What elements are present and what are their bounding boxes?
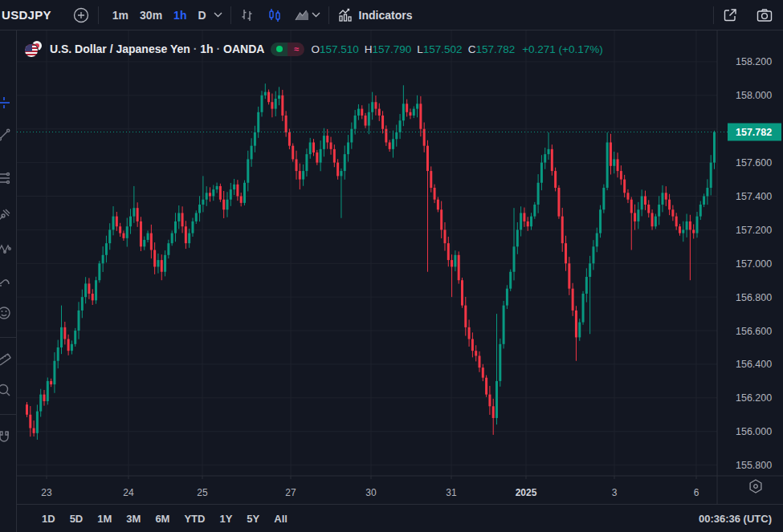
- chart-style-menu-button[interactable]: [312, 12, 320, 18]
- candle-body: [33, 428, 35, 433]
- indicators-button[interactable]: Indicators: [337, 7, 413, 23]
- chart-legend: U.S. Dollar / Japanese Yen · 1h · OANDA …: [24, 39, 603, 59]
- candle-body: [216, 186, 218, 189]
- candle-body: [202, 200, 204, 205]
- candle-body: [554, 171, 557, 188]
- candle-body: [655, 217, 657, 227]
- xabcd-pattern-tool-button[interactable]: [0, 238, 15, 260]
- toolbar-divider: [713, 6, 714, 24]
- candle-body: [333, 149, 336, 163]
- range-all-button[interactable]: All: [267, 510, 295, 528]
- chart-style-candles-button[interactable]: [267, 7, 283, 23]
- candle-body: [43, 395, 46, 401]
- chart-style-bars-button[interactable]: [239, 7, 255, 23]
- candle-body: [357, 109, 360, 116]
- crosshair-icon: [0, 95, 12, 111]
- candlestick-chart[interactable]: 155.800156.000156.200156.400156.600156.8…: [0, 30, 783, 504]
- interval-menu-button[interactable]: [214, 12, 222, 18]
- candle-body: [406, 104, 408, 112]
- fib-retracement-tool-button[interactable]: [0, 167, 15, 189]
- magnet-tool-button[interactable]: [0, 425, 15, 448]
- pitchfork-icon: [0, 207, 12, 223]
- candle-body: [440, 209, 442, 229]
- svg-text:30: 30: [365, 487, 377, 498]
- candle-body: [668, 200, 671, 210]
- candle-body: [230, 189, 232, 200]
- time-axis-settings-button[interactable]: [750, 480, 761, 493]
- range-1d-button[interactable]: 1D: [35, 510, 63, 528]
- range-5d-button[interactable]: 5D: [63, 510, 91, 528]
- range-1y-button[interactable]: 1Y: [212, 510, 239, 528]
- ruler-tool-button[interactable]: [0, 347, 15, 369]
- chart-style-area-button[interactable]: [294, 8, 310, 22]
- candle-body: [689, 221, 691, 229]
- candle-body: [458, 255, 460, 280]
- take-snapshot-button[interactable]: [756, 7, 773, 23]
- indicators-icon: [337, 7, 354, 23]
- candle-body: [39, 395, 42, 412]
- candle-body: [620, 171, 622, 179]
- toolbar-divider: [328, 6, 329, 24]
- trend-line-tool-button[interactable]: [0, 124, 15, 146]
- candle-body: [647, 205, 650, 213]
- xabcd-pattern-icon: [0, 241, 12, 257]
- price-axis[interactable]: 155.800156.000156.200156.400156.600156.8…: [736, 56, 772, 471]
- clock-utc[interactable]: 00:36:36 (UTC): [699, 513, 772, 525]
- candle-body: [520, 213, 522, 229]
- pitchfork-tool-button[interactable]: [0, 204, 15, 226]
- low-value: 157.502: [423, 43, 463, 55]
- candle-body: [434, 188, 436, 200]
- candle-body: [506, 289, 508, 306]
- range-5y-button[interactable]: 5Y: [239, 510, 267, 528]
- delayed-data-icon: ≈: [288, 43, 304, 56]
- candle-body: [312, 142, 315, 152]
- candle-body: [147, 234, 149, 240]
- candle-body: [395, 132, 398, 139]
- candle-body: [267, 92, 270, 103]
- candle-body: [533, 205, 536, 217]
- candle-body: [565, 243, 567, 263]
- candle-body: [713, 132, 716, 162]
- interval-d-button[interactable]: D: [192, 6, 211, 25]
- candle-body: [57, 347, 59, 361]
- candle-body: [50, 381, 52, 384]
- candle-body: [513, 246, 516, 271]
- brush-icon: [0, 273, 12, 289]
- svg-text:155.800: 155.800: [736, 460, 772, 471]
- compare-add-symbol-button[interactable]: [72, 6, 90, 24]
- market-status-toggle[interactable]: ≈: [271, 43, 304, 56]
- crosshair-tool-button[interactable]: [0, 91, 15, 114]
- interval-1m-button[interactable]: 1m: [107, 6, 134, 25]
- time-axis[interactable]: 232425273031202536: [41, 476, 699, 498]
- candle-body: [288, 132, 291, 146]
- candle-body: [478, 355, 480, 368]
- svg-text:156.000: 156.000: [736, 426, 772, 437]
- zoom-tool-button[interactable]: [0, 379, 15, 401]
- camera-icon: [756, 7, 773, 23]
- brush-tool-button[interactable]: [0, 270, 15, 292]
- range-6m-button[interactable]: 6M: [148, 510, 177, 528]
- svg-text:2025: 2025: [516, 487, 537, 498]
- interval-30m-button[interactable]: 30m: [134, 6, 168, 25]
- symbol-title[interactable]: U.S. Dollar / Japanese Yen · 1h · OANDA: [50, 43, 264, 55]
- range-ytd-button[interactable]: YTD: [177, 510, 212, 528]
- interval-1h-button[interactable]: 1h: [168, 6, 192, 25]
- candle-body: [116, 217, 118, 227]
- candle-body: [74, 331, 76, 344]
- candle-body: [634, 213, 636, 221]
- emoji-tool-button[interactable]: [0, 302, 15, 324]
- candle-body: [495, 381, 498, 418]
- us-flag-icon: [24, 43, 39, 58]
- candle-body: [671, 209, 674, 216]
- open-in-new-window-button[interactable]: [722, 7, 738, 23]
- svg-text:157.200: 157.200: [736, 225, 772, 236]
- range-3m-button[interactable]: 3M: [119, 510, 148, 528]
- candle-body: [212, 189, 214, 196]
- candle-body: [53, 361, 55, 384]
- range-1m-button[interactable]: 1M: [90, 510, 119, 528]
- candle-body: [399, 120, 402, 132]
- candle-body: [254, 132, 256, 146]
- svg-text:3: 3: [612, 487, 618, 498]
- symbol-search-button[interactable]: USDJPY: [0, 8, 51, 22]
- candle-body: [84, 283, 87, 297]
